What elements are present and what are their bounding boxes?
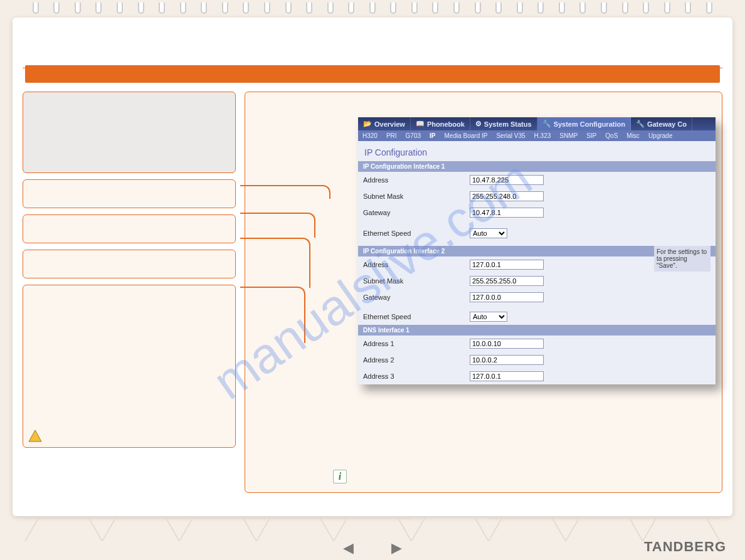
field-label: Address	[363, 261, 470, 268]
field-label: Address 1	[363, 340, 470, 347]
subtab-misc[interactable]: Misc	[622, 130, 644, 141]
if2-address-input[interactable]	[470, 260, 544, 270]
if2-subnet-row: Subnet Mask	[358, 273, 716, 289]
subtab-sip[interactable]: SIP	[582, 130, 601, 141]
section-if1-header: IP Configuration Interface 1	[358, 161, 716, 172]
field-label: Gateway	[363, 293, 470, 301]
dns-addr3-row: Address 3	[358, 368, 716, 384]
note-box-5	[23, 285, 236, 448]
brand-logo: TANDBERG	[644, 539, 726, 555]
warning-icon	[28, 430, 42, 442]
if2-subnet-input[interactable]	[470, 276, 544, 286]
dns-addr1-input[interactable]	[470, 339, 544, 349]
tab-phonebook[interactable]: 📖Phonebook	[411, 117, 470, 130]
save-note: For the settings to ta pressing "Save".	[654, 246, 711, 272]
tab-system-status[interactable]: ⚙System Status	[470, 117, 537, 130]
tab-label: System Configuration	[554, 120, 625, 128]
panel-title: IP Configuration	[358, 141, 716, 161]
info-icon: i	[333, 470, 347, 483]
spiral-binding	[0, 0, 745, 19]
if2-speed-select[interactable]: Auto	[470, 312, 507, 322]
field-label: Ethernet Speed	[363, 313, 470, 320]
if1-speed-row: Ethernet Speed Auto	[358, 221, 716, 246]
section-dns-header: DNS Interface 1	[358, 325, 716, 335]
field-label: Subnet Mask	[363, 277, 470, 285]
field-label: Ethernet Speed	[363, 230, 470, 237]
note-box-3	[23, 214, 236, 243]
if1-speed-select[interactable]: Auto	[470, 228, 507, 238]
config-screenshot: 📂Overview 📖Phonebook ⚙System Status 🔧Sys…	[358, 117, 716, 384]
subtab-ip[interactable]: IP	[425, 130, 440, 141]
if2-gateway-input[interactable]	[470, 292, 544, 302]
subtab-qos[interactable]: QoS	[601, 130, 622, 141]
field-label: Subnet Mask	[363, 193, 470, 200]
bottom-section-tabs	[25, 517, 720, 541]
if1-address-row: Address	[358, 172, 716, 188]
subtab-pri[interactable]: PRI	[382, 130, 401, 141]
note-box-2	[23, 179, 236, 208]
dns-addr3-input[interactable]	[470, 371, 544, 381]
svg-marker-0	[29, 430, 41, 441]
tab-label: Gateway Co	[647, 120, 687, 128]
dns-addr1-row: Address 1	[358, 335, 716, 352]
tab-gateway[interactable]: 🔧Gateway Co	[631, 117, 692, 130]
subtab-upgrade[interactable]: Upgrade	[644, 130, 677, 141]
divider	[23, 68, 722, 68]
connector	[240, 238, 310, 288]
field-label: Address 3	[363, 372, 470, 380]
field-label: Address 2	[363, 356, 470, 364]
subtab-media-board-ip[interactable]: Media Board IP	[440, 130, 492, 141]
subtab-serial-v35[interactable]: Serial V35	[492, 130, 529, 141]
connector	[240, 185, 330, 199]
if1-gateway-input[interactable]	[470, 208, 544, 218]
field-label: Address	[363, 176, 470, 184]
if1-subnet-row: Subnet Mask	[358, 188, 716, 204]
main-tabbar: 📂Overview 📖Phonebook ⚙System Status 🔧Sys…	[358, 117, 716, 130]
tab-label: System Status	[484, 120, 532, 128]
subtab-g703[interactable]: G703	[401, 130, 425, 141]
connector	[240, 287, 305, 343]
connector	[240, 213, 315, 238]
note-box-4	[23, 250, 236, 278]
page-nav: ◀ ▶	[343, 540, 402, 556]
tab-overview[interactable]: 📂Overview	[358, 117, 411, 130]
if1-address-input[interactable]	[470, 175, 544, 185]
tab-system-configuration[interactable]: 🔧System Configuration	[537, 117, 631, 130]
prev-page-arrow[interactable]: ◀	[343, 540, 354, 556]
if1-gateway-row: Gateway	[358, 204, 716, 221]
field-label: Gateway	[363, 209, 470, 216]
subtab-snmp[interactable]: SNMP	[555, 130, 582, 141]
subtab-h320[interactable]: H320	[358, 130, 382, 141]
dns-addr2-row: Address 2	[358, 352, 716, 368]
next-page-arrow[interactable]: ▶	[391, 540, 402, 556]
dns-addr2-input[interactable]	[470, 355, 544, 365]
page-card: 📂Overview 📖Phonebook ⚙System Status 🔧Sys…	[13, 18, 732, 516]
right-column: 📂Overview 📖Phonebook ⚙System Status 🔧Sys…	[245, 92, 722, 493]
subtab-h323[interactable]: H.323	[530, 130, 556, 141]
sub-tabbar: H320 PRI G703 IP Media Board IP Serial V…	[358, 130, 716, 141]
left-column	[23, 92, 236, 493]
note-box-1	[23, 92, 236, 173]
if1-subnet-input[interactable]	[470, 191, 544, 201]
if2-gateway-row: Gateway	[358, 289, 716, 305]
if2-speed-row: Ethernet Speed Auto	[358, 305, 716, 325]
tab-label: Phonebook	[427, 120, 465, 128]
tab-label: Overview	[374, 120, 405, 128]
